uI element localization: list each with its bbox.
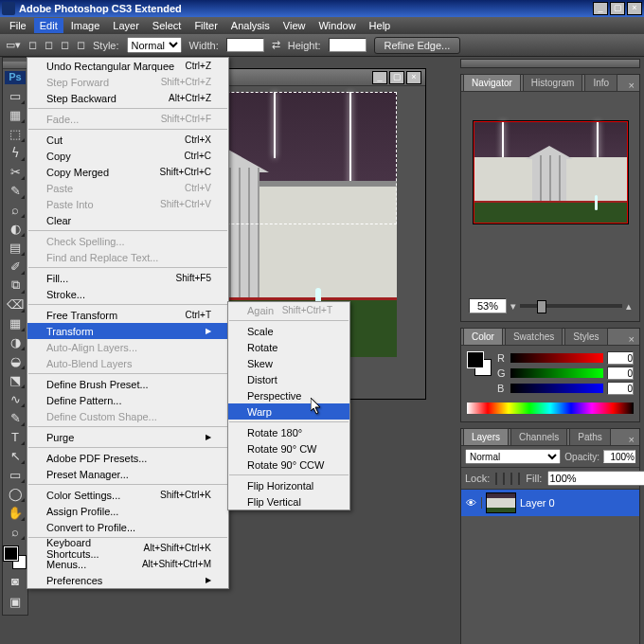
tab-histogram[interactable]: Histogram — [523, 74, 583, 91]
screenmode-icon[interactable]: ▣ — [5, 592, 26, 611]
quickmask-icon[interactable]: ◙ — [5, 571, 26, 590]
tool-12[interactable]: ▦ — [5, 313, 26, 332]
foreground-color-swatch[interactable] — [4, 546, 18, 561]
edit-menu-item[interactable]: CutCtrl+X — [27, 132, 228, 148]
edit-menu-item[interactable]: Define Custom Shape... — [27, 408, 228, 424]
edit-menu-item[interactable]: Fade...Shift+Ctrl+F — [27, 111, 228, 127]
layer-thumbnail[interactable] — [486, 492, 516, 513]
tab-layers[interactable]: Layers — [463, 428, 509, 445]
menu-file[interactable]: File — [4, 18, 32, 33]
menu-help[interactable]: Help — [364, 18, 397, 33]
transform-menu-item[interactable]: Warp — [228, 403, 349, 420]
edit-menu-item[interactable]: Check Spelling... — [27, 233, 228, 249]
opacity-input[interactable] — [603, 450, 635, 463]
panel-group-header[interactable] — [460, 59, 640, 68]
tool-0[interactable]: ▭ — [5, 86, 26, 105]
edit-menu-item[interactable]: Keyboard Shortcuts...Alt+Shift+Ctrl+K — [27, 540, 228, 556]
tab-color[interactable]: Color — [463, 328, 503, 345]
tool-8[interactable]: ▤ — [5, 238, 26, 257]
tab-styles[interactable]: Styles — [564, 328, 607, 345]
tool-14[interactable]: ◒ — [5, 351, 26, 370]
tool-18[interactable]: T — [5, 427, 26, 446]
tool-5[interactable]: ✎ — [5, 181, 26, 200]
tool-11[interactable]: ⌫ — [5, 295, 26, 313]
menu-layer[interactable]: Layer — [107, 18, 145, 33]
tool-7[interactable]: ◐ — [5, 219, 26, 238]
lock-pixels-icon[interactable] — [503, 473, 505, 485]
navigator-viewbox[interactable] — [474, 121, 628, 224]
toolbox-header[interactable] — [3, 62, 27, 69]
tool-13[interactable]: ◑ — [5, 332, 26, 351]
transform-menu-item[interactable]: Rotate 90° CCW — [228, 456, 349, 473]
tool-22[interactable]: ✋ — [5, 503, 26, 522]
transform-menu-item[interactable]: Rotate — [228, 339, 349, 355]
tool-21[interactable]: ◯ — [5, 484, 26, 503]
transform-menu-item[interactable]: Perspective — [228, 387, 349, 403]
b-slider[interactable] — [510, 384, 603, 393]
color-swatch-pair[interactable] — [467, 351, 492, 376]
marquee-sub-icon[interactable]: ◻ — [61, 39, 69, 51]
style-select[interactable]: Normal — [127, 37, 182, 53]
minimize-button[interactable]: _ — [593, 2, 608, 15]
transform-menu-item[interactable]: Distort — [228, 371, 349, 387]
transform-menu-item[interactable]: Flip Vertical — [228, 493, 349, 510]
edit-menu-item[interactable]: Auto-Blend Layers — [27, 355, 228, 371]
menu-analysis[interactable]: Analysis — [225, 18, 276, 33]
transform-menu-item[interactable]: Rotate 180° — [228, 424, 349, 440]
tool-20[interactable]: ▭ — [5, 465, 26, 484]
r-input[interactable] — [607, 351, 634, 365]
tool-19[interactable]: ↖ — [5, 446, 26, 465]
doc-maximize-button[interactable]: ▢ — [389, 71, 404, 84]
edit-menu-item[interactable]: Adobe PDF Presets... — [27, 450, 228, 466]
menu-view[interactable]: View — [277, 18, 312, 33]
tool-3[interactable]: ϟ — [5, 143, 26, 162]
edit-menu-item[interactable]: Step BackwardAlt+Ctrl+Z — [27, 90, 228, 106]
g-input[interactable] — [607, 367, 634, 380]
tool-17[interactable]: ✎ — [5, 408, 26, 427]
transform-menu-item[interactable]: Rotate 90° CW — [228, 440, 349, 456]
edit-menu-item[interactable]: Stroke... — [27, 286, 228, 302]
transform-menu-item[interactable]: AgainShift+Ctrl+T — [228, 302, 349, 318]
marquee-new-icon[interactable]: ◻ — [28, 39, 37, 51]
tool-10[interactable]: ⧉ — [5, 276, 26, 295]
marquee-int-icon[interactable]: ◻ — [77, 39, 85, 51]
edit-menu-item[interactable]: Free TransformCtrl+T — [27, 307, 228, 323]
height-input[interactable] — [329, 38, 367, 52]
doc-minimize-button[interactable]: _ — [372, 71, 387, 84]
zoom-input[interactable] — [469, 298, 507, 313]
edit-menu-item[interactable]: Define Pattern... — [27, 392, 228, 408]
color-swatches[interactable] — [4, 546, 27, 569]
navigator-thumbnail[interactable] — [473, 120, 629, 224]
width-input[interactable] — [226, 38, 264, 52]
tab-navigator[interactable]: Navigator — [463, 74, 521, 91]
edit-menu-item[interactable]: Fill...Shift+F5 — [27, 270, 228, 286]
tool-preset-icon[interactable]: ▭▾ — [6, 39, 21, 51]
transform-menu-item[interactable]: Flip Horizontal — [228, 477, 349, 493]
maximize-button[interactable]: ▢ — [610, 2, 625, 15]
edit-menu-item[interactable]: Color Settings...Shift+Ctrl+K — [27, 487, 228, 503]
visibility-eye-icon[interactable]: 👁 — [461, 497, 482, 509]
menu-filter[interactable]: Filter — [188, 18, 223, 33]
edit-menu-item[interactable]: Preset Manager... — [27, 466, 228, 482]
zoom-slider[interactable] — [520, 304, 622, 308]
edit-menu-item[interactable]: Purge▶ — [27, 429, 228, 445]
close-button[interactable]: × — [627, 2, 642, 15]
tool-15[interactable]: ⬔ — [5, 370, 26, 389]
tool-1[interactable]: ▦ — [5, 105, 26, 124]
edit-menu-item[interactable]: Paste IntoShift+Ctrl+V — [27, 196, 228, 212]
edit-menu-item[interactable]: PasteCtrl+V — [27, 180, 228, 196]
zoom-in-icon[interactable]: ▴ — [626, 300, 632, 313]
tab-swatches[interactable]: Swatches — [505, 328, 563, 345]
edit-menu-item[interactable]: Undo Rectangular MarqueeCtrl+Z — [27, 58, 228, 74]
menu-image[interactable]: Image — [65, 18, 106, 33]
edit-menu-item[interactable]: Define Brush Preset... — [27, 376, 228, 392]
fill-input[interactable] — [547, 471, 644, 486]
transform-menu-item[interactable]: Scale — [228, 323, 349, 339]
color-spectrum[interactable] — [467, 402, 634, 414]
lock-position-icon[interactable] — [510, 473, 512, 485]
edit-menu-item[interactable]: Step ForwardShift+Ctrl+Z — [27, 74, 228, 90]
tab-channels[interactable]: Channels — [510, 428, 567, 445]
tool-4[interactable]: ✂ — [5, 162, 26, 181]
layer-name[interactable]: Layer 0 — [520, 497, 555, 509]
g-slider[interactable] — [510, 368, 603, 378]
